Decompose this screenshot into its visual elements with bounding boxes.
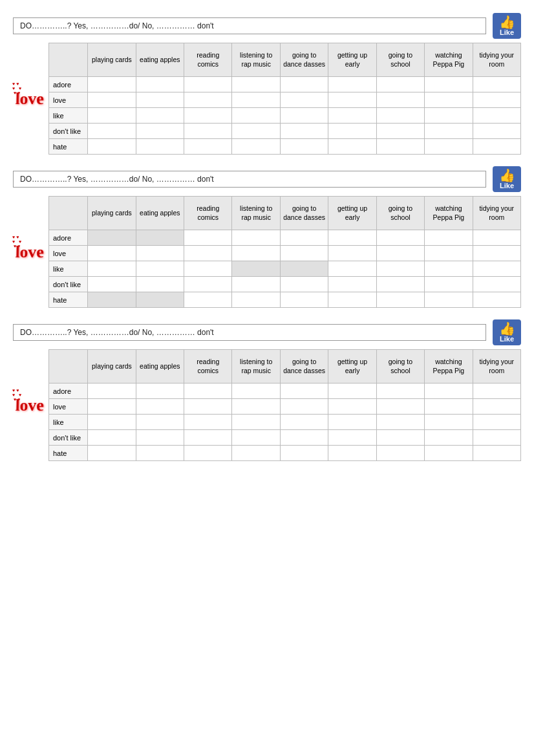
cell-r4-c3[interactable] [232, 139, 280, 155]
cell-r1-c2[interactable] [184, 399, 232, 415]
cell-r3-c7[interactable] [425, 124, 473, 139]
cell-r2-c4[interactable] [280, 415, 328, 430]
cell-r0-c6[interactable] [376, 77, 424, 92]
cell-r3-c5[interactable] [328, 277, 376, 292]
cell-r0-c7[interactable] [425, 77, 473, 92]
cell-r2-c3[interactable] [232, 415, 280, 430]
cell-r4-c5[interactable] [328, 446, 376, 461]
cell-r4-c1[interactable] [136, 446, 184, 461]
cell-r1-c1[interactable] [136, 92, 184, 108]
cell-r3-c7[interactable] [425, 277, 473, 292]
cell-r2-c0[interactable] [88, 261, 136, 277]
cell-r1-c3[interactable] [232, 399, 280, 415]
cell-r4-c0[interactable] [88, 292, 136, 308]
cell-r1-c6[interactable] [376, 92, 424, 108]
cell-r2-c5[interactable] [328, 415, 376, 430]
cell-r0-c6[interactable] [376, 383, 424, 399]
cell-r2-c0[interactable] [88, 415, 136, 430]
cell-r3-c0[interactable] [88, 277, 136, 292]
cell-r0-c1[interactable] [136, 230, 184, 246]
cell-r3-c3[interactable] [232, 430, 280, 446]
cell-r2-c3[interactable] [232, 261, 280, 277]
cell-r3-c7[interactable] [425, 430, 473, 446]
cell-r4-c8[interactable] [473, 139, 520, 155]
cell-r1-c2[interactable] [184, 246, 232, 261]
cell-r4-c7[interactable] [425, 446, 473, 461]
cell-r0-c2[interactable] [184, 77, 232, 92]
cell-r4-c6[interactable] [376, 292, 424, 308]
cell-r2-c8[interactable] [473, 415, 520, 430]
cell-r2-c6[interactable] [376, 415, 424, 430]
cell-r4-c3[interactable] [232, 446, 280, 461]
cell-r0-c0[interactable] [88, 230, 136, 246]
cell-r3-c4[interactable] [280, 277, 328, 292]
cell-r2-c7[interactable] [425, 108, 473, 124]
cell-r0-c2[interactable] [184, 230, 232, 246]
cell-r0-c3[interactable] [232, 230, 280, 246]
cell-r4-c3[interactable] [232, 292, 280, 308]
cell-r0-c5[interactable] [328, 230, 376, 246]
cell-r2-c7[interactable] [425, 415, 473, 430]
cell-r1-c8[interactable] [473, 399, 520, 415]
cell-r1-c3[interactable] [232, 246, 280, 261]
cell-r2-c8[interactable] [473, 108, 520, 124]
cell-r3-c0[interactable] [88, 430, 136, 446]
cell-r1-c8[interactable] [473, 246, 520, 261]
cell-r2-c5[interactable] [328, 108, 376, 124]
cell-r1-c4[interactable] [280, 399, 328, 415]
cell-r4-c6[interactable] [376, 139, 424, 155]
cell-r3-c6[interactable] [376, 277, 424, 292]
cell-r0-c2[interactable] [184, 383, 232, 399]
cell-r1-c2[interactable] [184, 92, 232, 108]
cell-r1-c8[interactable] [473, 92, 520, 108]
cell-r0-c6[interactable] [376, 230, 424, 246]
cell-r0-c0[interactable] [88, 383, 136, 399]
cell-r0-c8[interactable] [473, 383, 520, 399]
cell-r1-c5[interactable] [328, 246, 376, 261]
cell-r4-c1[interactable] [136, 139, 184, 155]
cell-r4-c5[interactable] [328, 139, 376, 155]
cell-r3-c4[interactable] [280, 430, 328, 446]
cell-r2-c6[interactable] [376, 108, 424, 124]
cell-r2-c2[interactable] [184, 261, 232, 277]
cell-r0-c4[interactable] [280, 77, 328, 92]
cell-r3-c8[interactable] [473, 124, 520, 139]
like-badge-2[interactable]: 👍Like [493, 166, 521, 192]
cell-r3-c5[interactable] [328, 124, 376, 139]
cell-r4-c8[interactable] [473, 292, 520, 308]
cell-r4-c6[interactable] [376, 446, 424, 461]
cell-r1-c3[interactable] [232, 92, 280, 108]
cell-r2-c4[interactable] [280, 261, 328, 277]
cell-r0-c1[interactable] [136, 383, 184, 399]
cell-r2-c0[interactable] [88, 108, 136, 124]
cell-r3-c4[interactable] [280, 124, 328, 139]
cell-r3-c2[interactable] [184, 430, 232, 446]
cell-r0-c1[interactable] [136, 77, 184, 92]
cell-r3-c1[interactable] [136, 277, 184, 292]
cell-r3-c2[interactable] [184, 277, 232, 292]
cell-r4-c1[interactable] [136, 292, 184, 308]
cell-r3-c1[interactable] [136, 124, 184, 139]
cell-r0-c5[interactable] [328, 383, 376, 399]
cell-r4-c2[interactable] [184, 446, 232, 461]
cell-r3-c6[interactable] [376, 430, 424, 446]
cell-r3-c5[interactable] [328, 430, 376, 446]
cell-r4-c4[interactable] [280, 292, 328, 308]
cell-r4-c4[interactable] [280, 446, 328, 461]
cell-r2-c7[interactable] [425, 261, 473, 277]
like-badge-3[interactable]: 👍Like [493, 319, 521, 345]
cell-r1-c0[interactable] [88, 246, 136, 261]
cell-r1-c5[interactable] [328, 92, 376, 108]
cell-r1-c7[interactable] [425, 246, 473, 261]
cell-r4-c7[interactable] [425, 139, 473, 155]
cell-r3-c3[interactable] [232, 124, 280, 139]
cell-r2-c1[interactable] [136, 261, 184, 277]
cell-r3-c8[interactable] [473, 430, 520, 446]
cell-r1-c4[interactable] [280, 92, 328, 108]
cell-r3-c2[interactable] [184, 124, 232, 139]
cell-r2-c4[interactable] [280, 108, 328, 124]
cell-r0-c4[interactable] [280, 230, 328, 246]
cell-r2-c8[interactable] [473, 261, 520, 277]
cell-r2-c5[interactable] [328, 261, 376, 277]
cell-r3-c8[interactable] [473, 277, 520, 292]
